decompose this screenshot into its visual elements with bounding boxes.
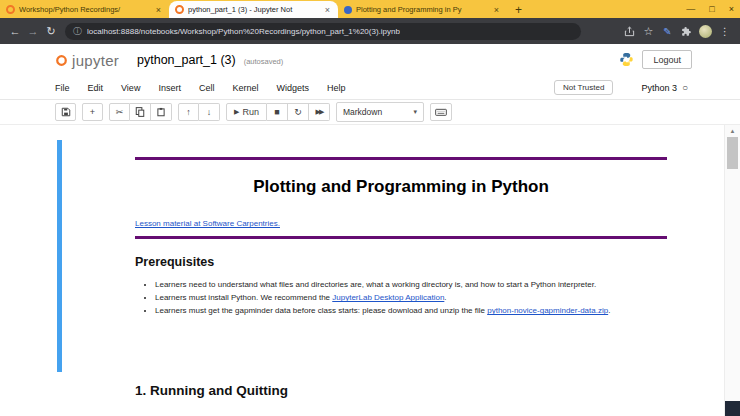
scroll-corner <box>725 401 740 416</box>
browser-menu-icon[interactable]: ⋮ <box>715 25 734 37</box>
run-cell-button[interactable]: ▶ Run <box>226 103 267 121</box>
keyboard-icon <box>435 107 447 117</box>
forward-button[interactable]: → <box>24 25 42 37</box>
jupyter-toolbar: + ✂ ↑ ↓ <box>0 100 740 125</box>
paste-cell-button[interactable] <box>151 103 172 121</box>
cell-type-dropdown[interactable]: Markdown ▾ <box>336 102 424 122</box>
tab-title: python_part_1 (3) - Jupyter Not <box>188 5 319 14</box>
tab-close-icon[interactable]: × <box>323 5 332 15</box>
restart-kernel-button[interactable]: ↻ <box>288 103 309 121</box>
play-icon: ▶ <box>234 108 239 116</box>
menu-view[interactable]: View <box>121 83 140 93</box>
bullet-text: . <box>608 306 610 315</box>
bookmark-star-icon[interactable]: ☆ <box>639 25 658 38</box>
jupyterlab-desktop-link[interactable]: JupyterLab Desktop Application <box>332 293 444 302</box>
address-bar[interactable]: ⓘ localhost:8888/notebooks/Workshop/Pyth… <box>65 23 581 40</box>
bullet-text: Learners must install Python. We recomme… <box>155 293 332 302</box>
tab-lesson-site[interactable]: Plotting and Programming in Py × <box>338 1 507 18</box>
notebook-content: Plotting and Programming in Python Lesso… <box>0 125 724 416</box>
floppy-icon <box>61 107 71 117</box>
jupyter-menubar: File Edit View Insert Cell Kernel Widget… <box>0 76 740 100</box>
profile-avatar[interactable] <box>699 25 712 38</box>
bullet-text: Learners need to understand what files a… <box>155 280 596 289</box>
list-item: Learners need to understand what files a… <box>155 278 667 291</box>
tab-close-icon[interactable]: × <box>154 5 163 15</box>
interrupt-kernel-button[interactable]: ■ <box>267 103 288 121</box>
tab-workshop-folder[interactable]: Workshop/Python Recordings/ × <box>0 1 169 18</box>
kernel-indicator: Python 3 ○ <box>641 82 688 93</box>
pen-extension-icon[interactable]: ✎ <box>658 26 677 37</box>
jupyter-logo-text: jupyter <box>72 52 119 69</box>
browser-toolbar: ← → ↻ ⓘ localhost:8888/notebooks/Worksho… <box>0 18 740 44</box>
move-cell-up-button[interactable]: ↑ <box>178 103 199 121</box>
save-button[interactable] <box>55 103 76 121</box>
menu-insert[interactable]: Insert <box>158 83 181 93</box>
python-logo-icon <box>619 52 634 71</box>
logout-button[interactable]: Logout <box>642 50 692 69</box>
copy-cell-button[interactable] <box>130 103 151 121</box>
not-trusted-button[interactable]: Not Trusted <box>554 80 613 95</box>
purple-divider <box>135 157 667 160</box>
scrollbar[interactable]: ▲ <box>724 125 740 416</box>
tab-title: Plotting and Programming in Py <box>356 5 488 14</box>
share-icon[interactable] <box>620 26 639 37</box>
window-minimize-button[interactable]: — <box>686 4 695 14</box>
site-info-icon[interactable]: ⓘ <box>73 25 82 38</box>
arrow-down-icon: ↓ <box>207 107 212 117</box>
restart-icon: ↻ <box>294 107 302 117</box>
tab-close-icon[interactable]: × <box>492 5 501 15</box>
menu-cell[interactable]: Cell <box>199 83 215 93</box>
list-item: Learners must install Python. We recomme… <box>155 291 667 304</box>
lesson-favicon <box>344 6 352 14</box>
browser-window: Workshop/Python Recordings/ × python_par… <box>0 0 740 416</box>
window-maximize-button[interactable]: □ <box>709 4 714 14</box>
add-cell-button[interactable]: + <box>82 103 103 121</box>
purple-divider <box>135 236 667 239</box>
notebook-title[interactable]: python_part_1 (3) <box>137 53 236 67</box>
window-controls: — □ × <box>686 0 734 18</box>
tab-notebook-active[interactable]: python_part_1 (3) - Jupyter Not × <box>169 1 338 18</box>
menu-file[interactable]: File <box>55 83 70 93</box>
kernel-name: Python 3 <box>641 83 677 93</box>
scissors-icon: ✂ <box>116 107 124 117</box>
extensions-puzzle-icon[interactable] <box>677 26 696 37</box>
copy-icon <box>135 107 145 117</box>
prerequisites-list: Learners need to understand what files a… <box>135 278 667 317</box>
markdown-cell-selected[interactable]: Plotting and Programming in Python Lesso… <box>57 140 710 372</box>
restart-run-all-button[interactable]: ▶▶ <box>309 103 330 121</box>
back-button[interactable]: ← <box>6 25 24 37</box>
kernel-idle-icon: ○ <box>682 82 688 93</box>
menu-help[interactable]: Help <box>327 83 346 93</box>
move-cell-down-button[interactable]: ↓ <box>199 103 220 121</box>
jupyter-favicon <box>175 5 184 14</box>
chevron-down-icon: ▾ <box>413 108 417 116</box>
jupyter-planet-icon <box>55 54 68 67</box>
prerequisites-heading: Prerequisites <box>135 255 710 269</box>
lesson-material-link[interactable]: Lesson material at Software Carpentries. <box>135 219 280 228</box>
scroll-up-icon[interactable]: ▲ <box>725 128 740 134</box>
clipboard-icon <box>156 107 166 117</box>
arrow-up-icon: ↑ <box>186 107 191 117</box>
run-label: Run <box>242 107 259 117</box>
gapminder-data-link[interactable]: python-novice-gapminder-data.zip <box>487 306 608 315</box>
plus-icon: + <box>90 107 95 117</box>
reload-button[interactable]: ↻ <box>42 25 60 38</box>
lesson-title: Plotting and Programming in Python <box>135 177 667 197</box>
keyboard-palette-button[interactable] <box>430 103 452 121</box>
bullet-text: Learners must get the gapminder data bef… <box>155 306 487 315</box>
menu-widgets[interactable]: Widgets <box>276 83 309 93</box>
window-close-button[interactable]: × <box>729 4 734 14</box>
jupyter-favicon <box>6 5 15 14</box>
cut-cell-button[interactable]: ✂ <box>109 103 130 121</box>
section-heading: 1. Running and Quitting <box>135 383 288 398</box>
menu-edit[interactable]: Edit <box>88 83 104 93</box>
scrollbar-thumb[interactable] <box>727 137 738 169</box>
fast-forward-icon: ▶▶ <box>316 108 323 116</box>
list-item: Learners must get the gapminder data bef… <box>155 304 667 317</box>
url-text: localhost:8888/notebooks/Workshop/Python… <box>87 27 400 36</box>
new-tab-button[interactable]: + <box>507 1 530 18</box>
menu-kernel[interactable]: Kernel <box>232 83 258 93</box>
tab-strip: Workshop/Python Recordings/ × python_par… <box>0 0 740 18</box>
autosave-status: (autosaved) <box>244 57 284 66</box>
jupyter-logo[interactable]: jupyter <box>55 52 119 69</box>
